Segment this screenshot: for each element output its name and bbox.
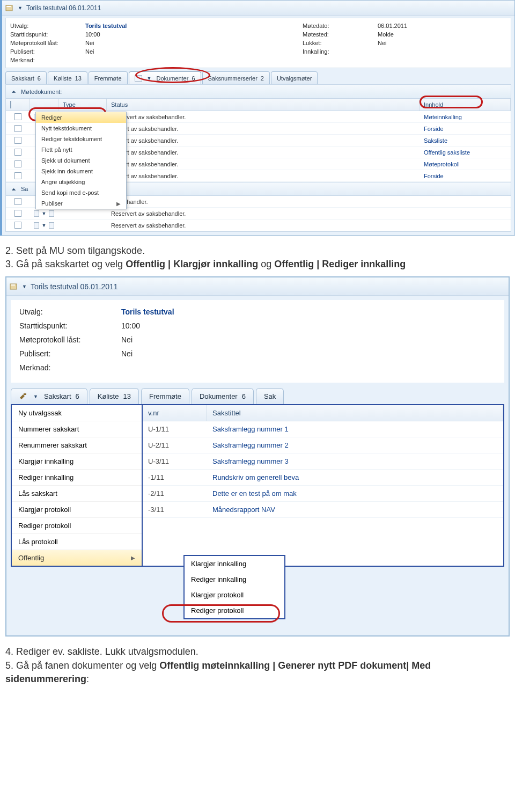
menu-item[interactable]: Rediger innkalling [12,470,142,486]
titlebar: ▼ Torils testutval 06.01.2011 [6,277,509,296]
col-status[interactable]: Status [107,99,420,111]
document-icon [135,75,142,82]
label-start: Starttidspunkt: [19,321,121,330]
tab-sakskart[interactable]: Sakskart6 [5,71,47,84]
tab-fremmote[interactable]: Fremmøte [141,388,189,404]
checkbox[interactable] [14,172,21,179]
cell-vnr: U-3/11 [143,453,207,469]
tabs: Sakskart6 Køliste13 Fremmøte ▼ Dokumente… [2,69,514,84]
ctx-item[interactable]: Flett på nytt [36,144,126,155]
menu-item-offentlig[interactable]: Offentlig ▶ [12,550,142,566]
col-type[interactable]: Type [58,99,107,111]
tab-label: Saksnummerserier [208,75,258,82]
value-start: 10:00 [121,321,140,330]
menu-item[interactable]: Klargjør protokoll [12,502,142,518]
checkbox[interactable] [14,125,21,132]
tab-fremmote[interactable]: Fremmøte [89,71,128,84]
table-row[interactable]: U-2/11Saksframlegg nummer 2 [143,437,503,453]
checkbox[interactable] [14,113,21,120]
ctx-item[interactable]: Nytt tekstdokument [36,123,126,134]
menu-item[interactable]: Rediger protokoll [12,518,142,534]
ctx-item-publiser[interactable]: Publiser▶ [36,198,126,209]
table-row[interactable]: ▼Reservert av saksbehandler. [6,208,511,220]
chevron-down-icon[interactable]: ▼ [20,284,28,289]
menu-item[interactable]: Nummerer sakskart [12,421,142,437]
ctx-item[interactable]: Send kopi med e-post [36,187,126,198]
window-title: Torils testutval 06.01.2011 [31,282,118,291]
tab-sakskart[interactable]: ▼ Sakskart 6 [11,388,87,404]
table-row[interactable]: -3/11Månedsrapport NAV [143,502,503,518]
tab-koliste[interactable]: Køliste13 [48,71,87,84]
checkbox[interactable] [14,198,21,205]
cell-innhold[interactable]: Forside [420,126,511,132]
submenu-item[interactable]: Rediger innkalling [185,572,284,587]
chevron-down-icon[interactable]: ▼ [32,394,40,399]
cell-status: servert av saksbehandler. [107,161,420,167]
menu-item[interactable]: Klargjør innkalling [12,453,142,470]
panel-header: ⏶ Møtedokument: [6,85,511,99]
submenu-item[interactable]: Rediger protokoll [185,603,284,618]
menu-item[interactable]: Ny utvalgssak [12,405,142,421]
col-title[interactable]: Sakstittel [207,405,503,421]
tab-label: Sakskart [11,75,34,82]
ctx-rediger[interactable]: Rediger [36,112,126,123]
menu-item[interactable]: Lås sakskart [12,486,142,502]
submenu-item[interactable]: Klargjør innkalling [185,556,284,572]
tab-koliste[interactable]: Køliste13 [90,388,139,404]
table-row[interactable]: -1/11Rundskriv om generell beva [143,470,503,486]
tab-saksnummer[interactable]: Saksnummerserier2 [202,71,270,84]
checkbox-all[interactable] [10,101,11,108]
label-proto: Møteprotokoll låst: [10,40,85,46]
tab-dokumenter[interactable]: ▼ Dokumenter6 [129,71,201,84]
cell-title[interactable]: Saksframlegg nummer 3 [207,453,503,469]
menu-item[interactable]: Lås protokoll [12,534,142,550]
label-innk: Innkalling: [303,48,378,55]
cell-title[interactable]: Rundskriv om generell beva [207,470,503,485]
ctx-item[interactable]: Sjekk inn dokument [36,166,126,177]
svg-rect-4 [24,393,26,395]
panel-1: ▼ Torils testutval 06.01.2011 Utvalg:Tor… [2,0,515,236]
cell-innhold[interactable]: Saksliste [420,137,511,144]
value-lukk: Nei [378,40,387,46]
chevron-down-icon[interactable]: ▼ [40,223,48,228]
tab-utvalgsmoter[interactable]: Utvalgsmøter [271,71,318,84]
cell-innhold[interactable]: Forside [420,173,511,179]
doc-icon [34,222,39,229]
ctx-item[interactable]: Angre utsjekking [36,177,126,187]
chevron-down-icon[interactable]: ▼ [145,76,153,81]
cell-innhold[interactable]: Møteprotokoll [420,161,511,167]
cell-title[interactable]: Dette er en test på om mak [207,486,503,501]
cell-innhold[interactable]: Møteinnkalling [420,114,511,120]
ctx-item[interactable]: Sjekk ut dokument [36,155,126,166]
checkbox[interactable] [14,210,21,217]
submenu-item[interactable]: Klargjør protokoll [185,587,284,603]
grid-header: Type Status Innhold [6,99,511,111]
table-row[interactable]: U-1/11Saksframlegg nummer 1 [143,421,503,437]
table-row[interactable]: U-3/11Saksframlegg nummer 3 [143,453,503,470]
cell-innhold[interactable]: Offentlig saksliste [420,149,511,156]
menu-item[interactable]: Renummerer sakskart [12,437,142,453]
col-innhold[interactable]: Innhold [420,99,511,111]
checkbox[interactable] [14,149,21,156]
cell-title[interactable]: Månedsrapport NAV [207,502,503,517]
value-sted: Molde [378,31,394,38]
tab-dokumenter[interactable]: Dokumenter6 [192,388,254,404]
chevron-down-icon[interactable]: ▼ [40,211,48,216]
chevron-down-icon[interactable]: ▼ [16,5,24,11]
collapse-icon[interactable]: ⏶ [10,88,18,96]
table-row[interactable]: -2/11Dette er en test på om mak [143,486,503,502]
table-row[interactable]: ▼Reservert av saksbehandler. [6,220,511,231]
step-5: 5. Gå på fanen dokumenter og velg Offent… [5,659,510,686]
doc-icon [49,222,54,229]
col-vnr[interactable]: v.nr [143,405,207,421]
cell-title[interactable]: Saksframlegg nummer 2 [207,437,503,453]
chevron-right-icon: ▶ [131,555,135,561]
checkbox[interactable] [14,160,21,167]
collapse-icon[interactable]: ⏶ [10,185,18,193]
tab-sak[interactable]: Sak [256,388,284,404]
cell-title[interactable]: Saksframlegg nummer 1 [207,421,503,437]
checkbox[interactable] [14,222,21,229]
step-2: 2. Sett på MU som tilgangskode. [5,244,510,258]
checkbox[interactable] [14,137,21,144]
ctx-item[interactable]: Rediger tekstdokument [36,134,126,144]
